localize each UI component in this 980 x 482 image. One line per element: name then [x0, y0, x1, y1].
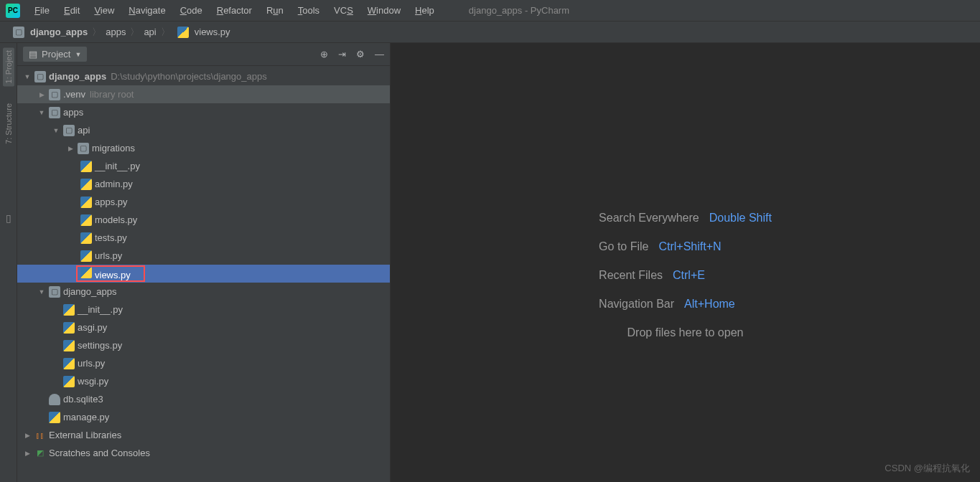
menu-navigate[interactable]: Navigate — [123, 4, 171, 17]
welcome-recent: Recent FilesCtrl+E — [599, 269, 772, 282]
python-icon — [49, 412, 60, 423]
database-icon — [49, 394, 60, 405]
tree-api[interactable]: ▼▢api — [17, 121, 390, 139]
crumb-file[interactable]: views.py — [172, 25, 233, 39]
main-menu: File Edit View Navigate Code Refactor Ru… — [29, 4, 440, 17]
python-icon — [80, 197, 92, 208]
tool-gutter: 1: Project 7: Structure ▯ — [0, 43, 17, 482]
hide-icon[interactable]: — — [375, 49, 384, 60]
python-icon — [63, 304, 75, 316]
python-icon — [80, 179, 92, 190]
project-tree[interactable]: ▼▢django_appsD:\study\python\projects\dj… — [17, 66, 390, 482]
expanded-icon: ▼ — [52, 127, 60, 134]
title-bar: PC File Edit View Navigate Code Refactor… — [0, 0, 980, 22]
chevron-right-icon: 〉 — [130, 26, 139, 39]
menu-window[interactable]: Window — [362, 4, 406, 17]
menu-edit[interactable]: Edit — [58, 4, 85, 17]
menu-view[interactable]: View — [88, 4, 120, 17]
menu-refactor[interactable]: Refactor — [211, 4, 258, 17]
folder-icon: ▢ — [34, 71, 46, 82]
sidebar-view-selector[interactable]: ▤ Project ▼ — [23, 47, 87, 62]
tree-file[interactable]: settings.py — [17, 336, 390, 354]
tree-migrations[interactable]: ▶▢migrations — [17, 139, 390, 157]
menu-file[interactable]: File — [29, 4, 55, 17]
python-icon — [63, 358, 75, 369]
menu-vcs[interactable]: VCS — [328, 4, 359, 17]
python-icon — [80, 161, 92, 172]
folder-icon: ▢ — [49, 286, 60, 298]
tree-file[interactable]: __init__.py — [17, 301, 390, 318]
menu-run[interactable]: Run — [261, 4, 289, 17]
chevron-right-icon: 〉 — [161, 26, 170, 39]
gutter-project[interactable]: 1: Project — [3, 47, 14, 86]
chevron-right-icon: 〉 — [92, 26, 101, 39]
folder-icon: ▢ — [78, 143, 89, 154]
collapsed-icon: ▶ — [37, 91, 46, 98]
tree-manage[interactable]: manage.py — [17, 408, 390, 426]
expanded-icon: ▼ — [37, 109, 46, 116]
scratch-icon: ◩ — [34, 448, 46, 459]
library-icon: ⫿⫿ — [34, 430, 46, 441]
tree-file[interactable]: asgi.py — [17, 318, 390, 336]
collapsed-icon: ▶ — [66, 145, 75, 152]
breadcrumb: ▢django_apps 〉 apps 〉 api 〉 views.py — [0, 22, 980, 43]
folder-icon: ▢ — [49, 89, 60, 100]
watermark: CSDN @编程抗氧化 — [885, 462, 970, 475]
python-icon — [80, 232, 92, 244]
welcome-gotofile: Go to FileCtrl+Shift+N — [599, 240, 772, 253]
tree-scratches[interactable]: ▶◩Scratches and Consoles — [17, 444, 390, 462]
crumb-api[interactable]: api — [141, 25, 159, 39]
welcome-panel: Search EverywhereDouble Shift Go to File… — [599, 212, 772, 339]
folder-icon: ▢ — [49, 107, 60, 118]
welcome-drop: Drop files here to open — [599, 326, 772, 339]
annotation-box: views.py — [76, 265, 145, 282]
sidebar-title-label: Project — [42, 49, 70, 60]
project-sidebar: ▤ Project ▼ ⊕ ⇥ ⚙ — ▼▢django_appsD:\stud… — [17, 43, 391, 482]
gutter-structure[interactable]: 7: Structure — [4, 100, 13, 147]
tree-file[interactable]: __init__.py — [17, 157, 390, 175]
welcome-navbar: Navigation BarAlt+Home — [599, 298, 772, 311]
chevron-down-icon: ▼ — [75, 51, 81, 58]
crumb-root[interactable]: ▢django_apps — [7, 25, 90, 39]
expanded-icon: ▼ — [37, 288, 46, 296]
python-icon — [80, 250, 92, 262]
tree-file[interactable]: tests.py — [17, 229, 390, 247]
window-title: django_apps - PyCharm — [469, 5, 569, 16]
tree-external-libs[interactable]: ▶⫿⫿External Libraries — [17, 426, 390, 444]
collapsed-icon: ▶ — [23, 432, 32, 439]
menu-tools[interactable]: Tools — [292, 4, 325, 17]
folder-icon: ▢ — [13, 27, 24, 38]
tree-venv[interactable]: ▶▢.venvlibrary root — [17, 85, 390, 103]
menu-code[interactable]: Code — [174, 4, 208, 17]
welcome-search: Search EverywhereDouble Shift — [599, 212, 772, 225]
python-icon — [63, 322, 75, 334]
python-icon — [63, 340, 75, 351]
collapse-icon[interactable]: ⇥ — [338, 49, 346, 60]
tree-db[interactable]: db.sqlite3 — [17, 390, 390, 408]
tree-file[interactable]: models.py — [17, 211, 390, 229]
python-icon — [63, 376, 75, 387]
tree-root[interactable]: ▼▢django_appsD:\study\python\projects\dj… — [17, 67, 390, 85]
gear-icon[interactable]: ⚙ — [356, 49, 365, 60]
tree-djpkg[interactable]: ▼▢django_apps — [17, 283, 390, 301]
python-icon — [80, 267, 92, 278]
bookmark-icon[interactable]: ▯ — [6, 212, 11, 224]
tree-file[interactable]: urls.py — [17, 354, 390, 372]
tree-file-selected[interactable]: views.py — [17, 265, 390, 283]
expanded-icon: ▼ — [23, 73, 32, 80]
crumb-apps[interactable]: apps — [103, 25, 129, 39]
folder-icon: ▢ — [63, 125, 75, 136]
tree-file[interactable]: apps.py — [17, 193, 390, 211]
menu-help[interactable]: Help — [409, 4, 440, 17]
sidebar-header: ▤ Project ▼ ⊕ ⇥ ⚙ — — [17, 43, 390, 66]
python-icon — [177, 27, 189, 38]
tree-file[interactable]: wsgi.py — [17, 372, 390, 390]
editor-area[interactable]: Search EverywhereDouble Shift Go to File… — [391, 43, 980, 482]
pycharm-icon: PC — [6, 4, 20, 18]
python-icon — [80, 214, 92, 226]
tree-apps[interactable]: ▼▢apps — [17, 103, 390, 121]
project-pane-icon: ▤ — [29, 49, 37, 60]
tree-file[interactable]: admin.py — [17, 175, 390, 193]
locate-icon[interactable]: ⊕ — [320, 49, 328, 60]
tree-file[interactable]: urls.py — [17, 247, 390, 265]
